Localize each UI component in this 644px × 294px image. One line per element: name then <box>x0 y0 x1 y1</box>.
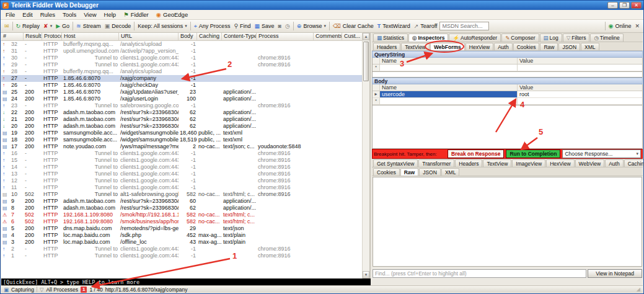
request-inspector-tab[interactable]: Cookies <box>513 43 540 50</box>
request-inspector-tab[interactable]: WebForms <box>430 43 465 50</box>
body-new-row[interactable]: * <box>373 98 642 105</box>
main-tab[interactable]: ▤ Log <box>540 33 562 42</box>
response-inspector-tab[interactable]: TextView <box>483 159 511 167</box>
view-in-notepad-button[interactable]: View in Notepad <box>588 269 642 278</box>
go-button[interactable]: ▶Go <box>54 22 71 30</box>
response-inspector-tab[interactable]: ImageView <box>512 159 545 167</box>
column-header[interactable]: Comments <box>314 33 342 41</box>
comment-button[interactable]: ✉ <box>2 22 11 30</box>
remove-sessions-button[interactable]: ✘▾ <box>42 22 54 30</box>
session-row[interactable]: ↑ 29 - HTTP Tunnel to clients1.google.co… <box>1 61 363 68</box>
save-button[interactable]: ▦Save <box>253 22 276 30</box>
column-header[interactable]: Cust... <box>342 33 363 41</box>
session-row[interactable]: ↑ 32 - HTTP bufferfly.mqsng.qq... /analy… <box>1 41 363 48</box>
session-row[interactable]: ▤ 17 200 HTTP note.youdao.com /yws/mapi/… <box>1 143 363 150</box>
menu-item[interactable]: ◉ GeoEdge <box>152 11 192 19</box>
response-inspector-tab[interactable]: JSON <box>419 168 441 176</box>
response-inspector-tab[interactable]: HexView <box>546 159 574 167</box>
session-row[interactable]: ↑ 28 - HTTP bufferfly.mqsng.qq... /analy… <box>1 68 363 75</box>
value-cell[interactable] <box>518 98 642 104</box>
column-header[interactable]: Body <box>179 33 197 41</box>
choose-response-dropdown[interactable]: Choose Response... ▾ <box>562 149 641 158</box>
main-tab[interactable]: ⚡ AutoResponder <box>449 33 501 42</box>
session-row[interactable]: ↑ 16 - HTTP Tunnel to clients1.google.co… <box>1 150 363 157</box>
session-row[interactable]: ↓ 21 200 HTTP adash.m.taobao.com /rest/s… <box>1 116 363 123</box>
request-inspector-tab[interactable]: JSON <box>558 43 580 50</box>
process-filter-label[interactable]: All Processes <box>46 287 78 293</box>
session-row[interactable]: ↑ 23 - HTTP Tunnel to safebrowsing.googl… <box>1 102 363 109</box>
session-row[interactable]: ↓ 20 200 HTTP adash.m.taobao.com /rest/s… <box>1 123 363 130</box>
column-header[interactable]: Host <box>62 33 119 41</box>
name-cell[interactable] <box>380 98 518 104</box>
main-tab[interactable]: ◎ Inspectors <box>408 33 448 42</box>
session-row[interactable]: ⚠ 6 502 HTTP 192.168.1.109:8080 /smok/bu… <box>1 218 363 225</box>
main-tab[interactable]: ▦ Statistics <box>373 33 408 42</box>
name-cell[interactable]: usercode <box>380 91 518 97</box>
menu-item[interactable]: Help <box>100 11 120 19</box>
keep-sessions-dropdown[interactable]: Keep: All sessions▾ <box>136 22 189 30</box>
response-inspector-tab[interactable]: XML <box>441 168 459 176</box>
session-row[interactable]: ▤ 19 200 HTTP samsungmobile.acc... /widg… <box>1 130 363 136</box>
column-header[interactable]: URL <box>119 33 179 41</box>
decode-button[interactable]: ▣Decode <box>103 22 133 30</box>
screenshot-button[interactable]: ◙ <box>276 22 283 30</box>
main-tab[interactable]: ▽ Filters <box>563 33 590 42</box>
column-header[interactable]: Content-Type <box>222 33 257 41</box>
request-inspector-tab[interactable]: Auth <box>494 43 513 50</box>
menu-item[interactable]: Rules <box>37 11 59 19</box>
textwizard-button[interactable]: TTextWizard <box>376 22 412 30</box>
replay-button[interactable]: ↻Replay <box>14 22 42 30</box>
find-button[interactable]: ⚲Find <box>232 22 252 30</box>
response-inspector-tab[interactable]: Raw <box>400 168 418 176</box>
scroll-down-icon[interactable]: ▼ <box>363 271 369 278</box>
body-row-usercode[interactable]: ▸ usercode root <box>373 91 642 98</box>
scrollbar-thumb[interactable] <box>363 42 369 81</box>
scroll-up-icon[interactable]: ▲ <box>363 33 369 40</box>
column-header[interactable]: # <box>1 33 24 41</box>
vertical-scrollbar[interactable]: ▲ ▼ <box>362 33 369 278</box>
timer-button[interactable]: ◷ <box>283 22 292 30</box>
break-on-response-button[interactable]: Break on Response <box>448 149 504 158</box>
session-row[interactable]: ▤ 9 200 HTTP adash.m.taobao.com /rest/su… <box>1 198 363 205</box>
main-tab[interactable]: ◷ Timeline <box>590 33 623 42</box>
tearoff-button[interactable]: ↗Tearoff <box>412 22 439 30</box>
menu-item[interactable]: Tools <box>59 11 80 19</box>
main-tab[interactable]: ✎ Composer <box>501 33 539 42</box>
session-row[interactable]: ▤ 5 200 HTTP dns.map.baidu.com /remotedn… <box>1 225 363 232</box>
session-row[interactable]: ▤ 25 200 HTTP 1.85.46.6:8070 /xajg/Updat… <box>1 89 363 96</box>
breakpoint-count-badge[interactable]: 1 <box>81 287 87 293</box>
menu-item[interactable]: File <box>2 11 19 19</box>
session-row[interactable]: ▤ 24 200 HTTP 1.85.46.6:8070 /xajg/userL… <box>1 96 363 102</box>
response-inspector-tab[interactable]: Cookies <box>373 168 400 176</box>
response-inspector-tab[interactable]: Caching <box>624 159 644 167</box>
response-inspector-tab[interactable]: Headers <box>455 159 482 167</box>
session-row[interactable]: ↑ 15 - HTTP Tunnel to clients1.google.co… <box>1 157 363 164</box>
session-row[interactable]: ↑ 13 - HTTP Tunnel to clients1.google.co… <box>1 171 363 177</box>
session-row[interactable]: ▤ 8 200 HTTP adash.m.taobao.com /rest/su… <box>1 205 363 212</box>
request-inspector-tab[interactable]: HexView <box>465 43 493 50</box>
name-cell[interactable] <box>380 65 518 71</box>
request-inspector-tab[interactable]: TextView <box>401 43 430 50</box>
session-row[interactable]: ↑ 27 - HTTP 1.85.46.6:8070 /xajg/company… <box>1 75 363 82</box>
minimize-button[interactable]: – <box>607 2 618 9</box>
session-row[interactable]: ▤ 4 200 HTTP loc.map.baidu.com /sdk.php … <box>1 232 363 239</box>
request-inspector-tab[interactable]: Headers <box>373 43 400 50</box>
response-inspector-tab[interactable]: WebView <box>575 159 605 167</box>
capturing-label[interactable]: Capturing <box>11 287 34 293</box>
session-row[interactable]: ↓ 22 200 HTTP adash.m.taobao.com /rest/s… <box>1 109 363 116</box>
msdn-search-input[interactable] <box>439 22 489 30</box>
browse-button[interactable]: ⊕Browse▾ <box>295 22 328 30</box>
column-header[interactable]: Result <box>24 33 42 41</box>
column-header[interactable]: Protocol <box>42 33 62 41</box>
request-inspector-tab[interactable]: XML <box>581 43 599 50</box>
session-row[interactable]: ↑ 26 - HTTP 1.85.46.6:8070 /xajg/checkDa… <box>1 82 363 89</box>
session-row[interactable]: ▤ 10 502 HTTP Tunnel to alt1-safebrowsin… <box>1 191 363 198</box>
session-row[interactable]: ↑ 14 - HTTP Tunnel to clients1.google.co… <box>1 164 363 171</box>
session-row[interactable]: ▤ 3 200 HTTP loc.map.baidu.com /offline_… <box>1 239 363 246</box>
value-cell[interactable]: root <box>518 91 642 97</box>
any-process-button[interactable]: ⌖Any Process <box>192 22 232 30</box>
menu-item[interactable]: View <box>80 11 100 19</box>
session-row[interactable]: ↑ 2 - HTTP Tunnel to clients1.google.com… <box>1 246 363 252</box>
session-row[interactable]: ↑ 30 - HTTP Tunnel to clients1.google.co… <box>1 55 363 61</box>
toolbar-close-button[interactable]: ✕ <box>633 22 642 30</box>
